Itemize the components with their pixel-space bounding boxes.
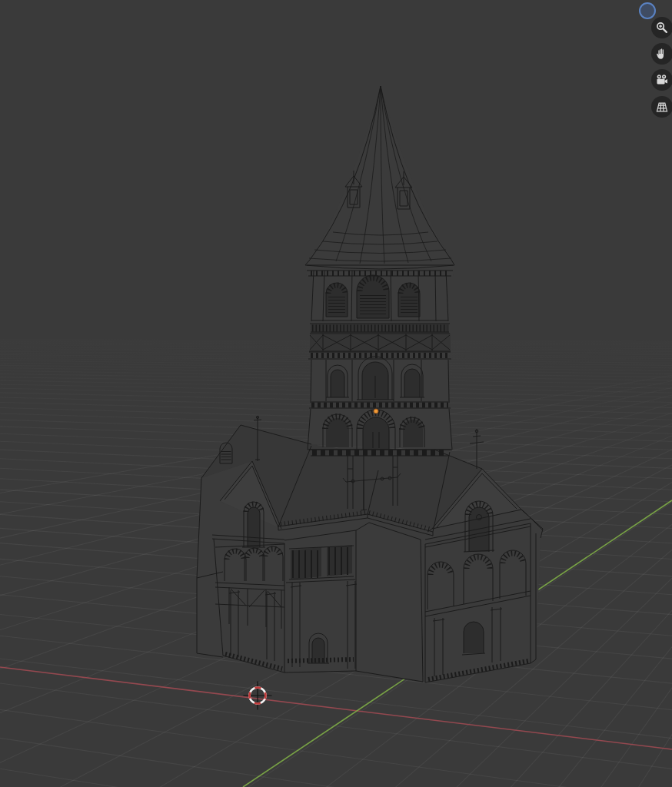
viewport-scene xyxy=(0,0,672,787)
nav-gizmo-axis-ball[interactable] xyxy=(639,2,656,19)
camera-icon xyxy=(655,73,669,87)
move-view-button[interactable] xyxy=(651,43,672,65)
magnifier-plus-icon xyxy=(655,21,669,35)
grid-perspective-icon xyxy=(655,100,669,114)
zoom-button[interactable] xyxy=(651,17,672,38)
blender-3d-viewport[interactable] xyxy=(0,0,672,787)
object-origin-dot xyxy=(374,409,378,413)
3d-cursor xyxy=(244,682,272,710)
hand-icon xyxy=(655,47,669,61)
cursor-crosshair xyxy=(244,682,272,710)
x-axis-line xyxy=(0,667,672,749)
toggle-projection-button[interactable] xyxy=(651,96,672,118)
balustrade-band-fill xyxy=(311,324,449,333)
camera-view-button[interactable] xyxy=(651,69,672,91)
